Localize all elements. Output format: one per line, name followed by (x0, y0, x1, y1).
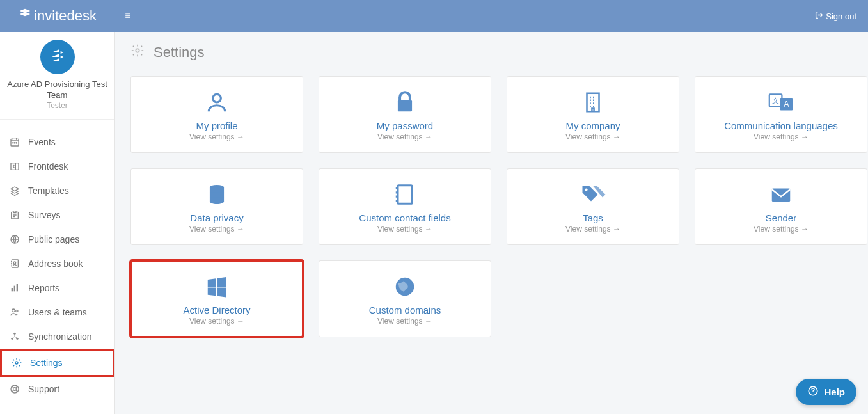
sidebar-item-templates[interactable]: Templates (0, 179, 114, 203)
card-my-company[interactable]: My company View settings → (507, 76, 679, 153)
calendar-icon (9, 136, 20, 148)
languages-icon: 文A (768, 88, 794, 116)
sidebar-item-synchronization[interactable]: Synchronization (0, 324, 114, 349)
page-title: Settings (154, 44, 205, 61)
svg-point-30 (585, 188, 587, 191)
svg-point-1 (13, 142, 13, 143)
logo[interactable]: invitedesk (0, 8, 115, 24)
support-icon (9, 383, 20, 395)
sidebar-item-frontdesk[interactable]: Frontdesk (0, 154, 114, 179)
svg-point-12 (12, 309, 15, 312)
svg-point-2 (14, 142, 15, 143)
sidebar-item-reports[interactable]: Reports (0, 276, 114, 300)
team-name: Azure AD Provisioning Test Team (3, 79, 112, 101)
svg-rect-10 (14, 285, 15, 291)
topbar: invitedesk ≡ Sign out (0, 0, 868, 32)
sidebar: Azure AD Provisioning Test Team Tester E… (0, 32, 115, 414)
building-icon (581, 88, 605, 116)
gear-icon (130, 44, 145, 61)
svg-rect-9 (12, 288, 13, 291)
envelope-icon (768, 180, 794, 209)
surveys-icon (9, 209, 20, 221)
svg-text:文: 文 (772, 97, 779, 104)
sign-out-icon (815, 11, 823, 21)
windows-icon (205, 273, 229, 301)
card-my-profile[interactable]: My profile View settings → (130, 76, 303, 153)
svg-point-3 (16, 142, 17, 143)
sidebar-item-events[interactable]: Events (0, 130, 114, 154)
profile-block: Azure AD Provisioning Test Team Tester (0, 32, 114, 120)
nav: Events Frontdesk Templates Surveys Publi… (0, 120, 114, 401)
svg-point-17 (15, 362, 18, 364)
card-communication-languages[interactable]: 文A Communication languages View settings… (695, 76, 867, 153)
card-active-directory[interactable]: Active Directory View settings → (130, 260, 303, 337)
svg-point-20 (136, 49, 139, 52)
avatar[interactable] (40, 40, 75, 74)
card-data-privacy[interactable]: Data privacy View settings → (130, 168, 303, 245)
card-my-password[interactable]: My password View settings → (319, 76, 491, 153)
brand-text: invitedesk (34, 8, 97, 24)
frontdesk-icon (9, 161, 20, 172)
card-custom-domains[interactable]: Custom domains View settings → (319, 260, 491, 337)
sidebar-item-public-pages[interactable]: Public pages (0, 227, 114, 251)
help-icon (807, 385, 819, 399)
main: Settings My profile View settings → My p… (115, 32, 868, 414)
help-button[interactable]: Help (796, 379, 856, 405)
templates-icon (9, 185, 20, 196)
svg-point-14 (13, 332, 15, 334)
card-sender[interactable]: Sender View settings → (695, 168, 867, 245)
svg-rect-4 (11, 163, 19, 170)
card-tags[interactable]: Tags View settings → (507, 168, 679, 245)
database-icon (205, 180, 229, 209)
brand-icon (19, 8, 31, 24)
menu-toggle-button[interactable]: ≡ (115, 10, 141, 22)
sidebar-item-users-teams[interactable]: Users & teams (0, 300, 114, 324)
svg-rect-29 (398, 185, 412, 203)
svg-point-8 (13, 262, 15, 264)
sidebar-item-address-book[interactable]: Address book (0, 251, 114, 276)
sidebar-item-support[interactable]: Support (0, 377, 114, 401)
sidebar-item-surveys[interactable]: Surveys (0, 203, 114, 227)
svg-point-19 (13, 387, 17, 390)
card-custom-contact-fields[interactable]: Custom contact fields View settings → (319, 168, 491, 245)
sidebar-item-settings[interactable]: Settings (0, 349, 114, 377)
chart-icon (9, 282, 20, 294)
tags-icon (580, 180, 606, 209)
profile-icon (205, 88, 229, 116)
globe-solid-icon (393, 273, 417, 301)
svg-text:A: A (784, 100, 789, 109)
svg-rect-11 (17, 284, 18, 291)
svg-rect-22 (398, 100, 412, 111)
users-icon (9, 307, 20, 318)
sign-out-link[interactable]: Sign out (815, 11, 868, 21)
lock-icon (393, 88, 417, 116)
page-header: Settings (115, 32, 868, 76)
svg-rect-31 (772, 188, 791, 202)
cards: My profile View settings → My password V… (115, 76, 868, 353)
svg-point-21 (213, 94, 221, 102)
gear-icon (11, 357, 22, 369)
notebook-icon (393, 180, 417, 209)
team-role: Tester (3, 101, 112, 110)
sync-icon (9, 331, 20, 342)
svg-point-13 (16, 310, 18, 312)
globe-icon (9, 234, 20, 245)
address-book-icon (9, 258, 20, 269)
